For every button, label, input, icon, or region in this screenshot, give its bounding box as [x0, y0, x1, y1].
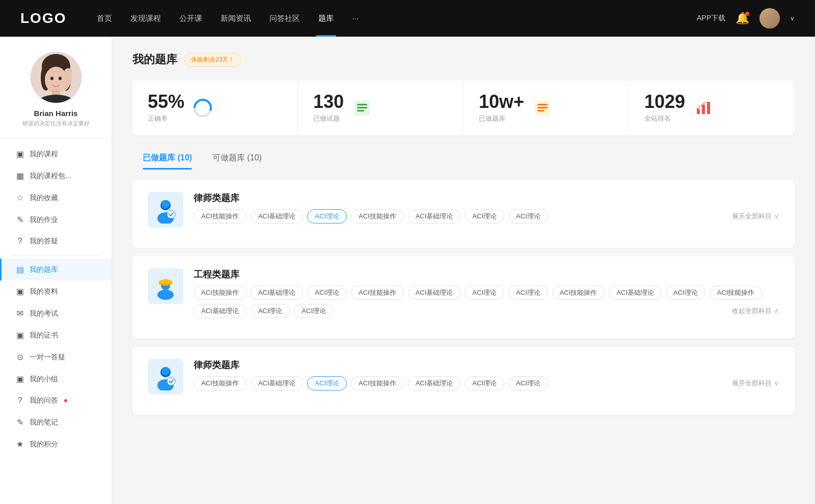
menu-label: 我的积分 [30, 440, 58, 449]
svg-point-7 [50, 77, 53, 80]
tag-1-5[interactable]: ACI理论 [465, 286, 504, 300]
tag-1-10[interactable]: ACI技能操作 [710, 286, 763, 300]
menu-icon-13: ★ [15, 439, 24, 449]
tag-2-4[interactable]: ACI基础理论 [408, 376, 461, 390]
tag-1-2[interactable]: ACI理论 [307, 286, 347, 300]
profile-avatar-svg [31, 52, 82, 103]
svg-point-28 [157, 290, 174, 300]
notification-bell[interactable]: 🔔 [736, 12, 749, 25]
qbank-title-1: 工程类题库 [194, 268, 779, 281]
tag-1-9[interactable]: ACI理论 [666, 286, 705, 300]
menu-icon-5: ▤ [15, 265, 24, 274]
menu-icon-7: ✉ [15, 309, 24, 318]
stat-value-0: 55% [148, 93, 184, 111]
logo: LOGO [20, 10, 66, 26]
avatar[interactable] [759, 8, 780, 29]
menu-icon-1: ▦ [15, 171, 24, 181]
tag-1-0[interactable]: ACI技能操作 [194, 286, 247, 300]
tag-1-11[interactable]: ACI基础理论 [194, 304, 247, 318]
menu-label: 我的考试 [30, 309, 58, 318]
tag-1-12[interactable]: ACI理论 [251, 304, 290, 318]
sidebar-item-我的答疑[interactable]: ? 我的答疑 [0, 231, 112, 252]
tag-1-3[interactable]: ACI技能操作 [351, 286, 404, 300]
tag-1-7[interactable]: ACI技能操作 [552, 286, 605, 300]
donut-icon [193, 98, 213, 118]
navbar-link-题库[interactable]: 题库 [318, 14, 334, 23]
svg-rect-13 [357, 104, 367, 105]
menu-label: 我的作业 [30, 215, 58, 225]
sidebar-item-我的课程包...[interactable]: ▦ 我的课程包... [0, 165, 112, 187]
tag-0-4[interactable]: ACI基础理论 [408, 209, 461, 223]
sidebar-item-我的收藏[interactable]: ☆ 我的收藏 [0, 187, 112, 209]
svg-rect-20 [697, 109, 700, 114]
tag-0-3[interactable]: ACI技能操作 [351, 209, 404, 223]
tag-1-6[interactable]: ACI理论 [508, 286, 548, 300]
sidebar-item-我的考试[interactable]: ✉ 我的考试 [0, 302, 112, 324]
sidebar-item-我的资料[interactable]: ▣ 我的资料 [0, 281, 112, 302]
sidebar-item-我的笔记[interactable]: ✎ 我的笔记 [0, 411, 112, 433]
tag-0-0[interactable]: ACI技能操作 [194, 209, 247, 223]
tag-1-8[interactable]: ACI基础理论 [609, 286, 662, 300]
menu-icon-4: ? [15, 237, 24, 246]
bar-red-icon [693, 98, 714, 118]
qbank-title-0: 律师类题库 [194, 192, 779, 204]
tab-0[interactable]: 已做题库 (10) [132, 149, 202, 170]
svg-rect-19 [537, 110, 545, 111]
tag-0-2[interactable]: ACI理论 [307, 209, 347, 223]
tag-1-1[interactable]: ACI基础理论 [251, 286, 304, 300]
tag-2-0[interactable]: ACI技能操作 [194, 376, 247, 390]
sidebar-profile: Brian Harris 错误的决定比没有决定要好 [0, 52, 112, 138]
qbank-card-2: 律师类题库 ACI技能操作ACI基础理论ACI理论ACI技能操作ACI基础理论A… [132, 347, 795, 415]
tag-1-4[interactable]: ACI基础理论 [408, 286, 461, 300]
stat-value-3: 1029 [644, 93, 685, 111]
tag-2-6[interactable]: ACI理论 [508, 376, 548, 390]
app-download-link[interactable]: APP下载 [697, 14, 725, 23]
navbar-link-问答社区[interactable]: 问答社区 [269, 14, 300, 23]
tag-0-1[interactable]: ACI基础理论 [251, 209, 304, 223]
sidebar-item-我的证书[interactable]: ▣ 我的证书 [0, 324, 112, 346]
stat-label-3: 全站排名 [644, 114, 685, 123]
tag-2-3[interactable]: ACI技能操作 [351, 376, 404, 390]
sidebar-item-我的题库[interactable]: ▤ 我的题库 [0, 259, 112, 281]
tag-0-5[interactable]: ACI理论 [465, 209, 504, 223]
qbank-icon-0 [148, 192, 183, 228]
stat-card-0: 55% 正确率 [132, 80, 298, 135]
tabs-row: 已做题库 (10)可做题库 (10) [132, 149, 795, 170]
tag-0-6[interactable]: ACI理论 [508, 209, 548, 223]
tag-2-5[interactable]: ACI理论 [465, 376, 504, 390]
sidebar-item-我的课程[interactable]: ▣ 我的课程 [0, 143, 112, 165]
tag-2-2[interactable]: ACI理论 [307, 376, 347, 390]
menu-label: 我的课程 [30, 150, 58, 159]
menu-label: 我的问答 [30, 396, 58, 405]
navbar-link-···[interactable]: ··· [352, 14, 359, 23]
tag-1-13[interactable]: ACI理论 [294, 304, 334, 318]
menu-label: 我的资料 [30, 287, 58, 296]
stat-text-1: 130 已做试题 [313, 93, 344, 123]
qbank-icon-1 [148, 268, 183, 304]
sidebar-item-一对一答疑[interactable]: ⊙ 一对一答疑 [0, 346, 112, 368]
navbar-link-首页[interactable]: 首页 [97, 14, 112, 23]
expand-link-1[interactable]: 收起全部科目 ∧ [732, 306, 779, 316]
svg-point-26 [161, 200, 170, 208]
svg-rect-31 [159, 283, 172, 285]
svg-point-8 [59, 77, 62, 80]
qbank-header-0: 律师类题库 ACI技能操作ACI基础理论ACI理论ACI技能操作ACI基础理论A… [148, 192, 779, 228]
notification-dot [745, 12, 749, 16]
expand-link-0[interactable]: 展开全部科目 ∨ [732, 212, 779, 221]
sidebar-item-我的积分[interactable]: ★ 我的积分 [0, 433, 112, 455]
menu-label: 我的证书 [30, 331, 58, 340]
sidebar-item-我的问答[interactable]: ? 我的问答 [0, 390, 112, 411]
menu-label: 我的小组 [30, 375, 58, 384]
chevron-down-icon[interactable]: ∨ [790, 15, 795, 22]
navbar-link-发现课程[interactable]: 发现课程 [130, 14, 161, 23]
stat-label-1: 已做试题 [313, 114, 344, 123]
qbank-card-1: 工程类题库 ACI技能操作ACI基础理论ACI理论ACI技能操作ACI基础理论A… [132, 256, 795, 339]
tag-2-1[interactable]: ACI基础理论 [251, 376, 304, 390]
stat-text-0: 55% 正确率 [148, 93, 184, 123]
navbar-link-新闻资讯[interactable]: 新闻资讯 [221, 14, 251, 23]
sidebar-item-我的作业[interactable]: ✎ 我的作业 [0, 209, 112, 231]
expand-link-2[interactable]: 展开全部科目 ∨ [732, 379, 779, 388]
navbar-link-公开课[interactable]: 公开课 [179, 14, 202, 23]
tab-1[interactable]: 可做题库 (10) [202, 149, 272, 170]
sidebar-item-我的小组[interactable]: ▣ 我的小组 [0, 368, 112, 390]
